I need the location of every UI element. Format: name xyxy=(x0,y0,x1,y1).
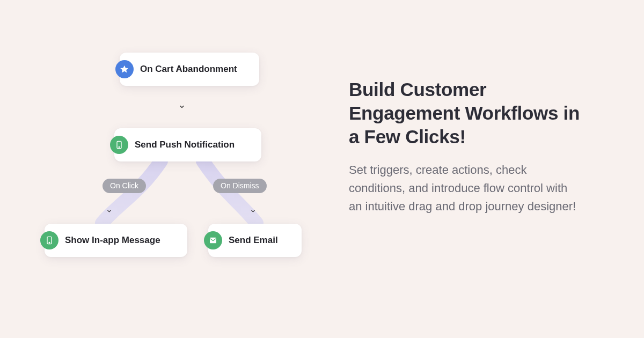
node-label: Send Email xyxy=(229,235,278,246)
hero-text: Build Customer Engagement Workflows in a… xyxy=(349,78,580,216)
node-label: On Cart Abandonment xyxy=(140,64,237,75)
workflow-diagram: On Cart Abandonment Send Push Notificati… xyxy=(0,0,322,338)
pill-label: On Dismiss xyxy=(221,181,259,190)
phone-icon xyxy=(40,231,58,249)
svg-point-1 xyxy=(119,147,120,148)
workflow-node-inapp[interactable]: Show In-app Message xyxy=(45,224,187,257)
node-label: Show In-app Message xyxy=(65,235,160,246)
node-label: Send Push Notification xyxy=(135,139,235,150)
branch-pill-click[interactable]: On Click xyxy=(103,179,146,193)
svg-point-3 xyxy=(49,243,50,244)
star-icon xyxy=(115,60,134,78)
hero-headline: Build Customer Engagement Workflows in a… xyxy=(349,78,580,148)
chevron-down-icon xyxy=(250,208,257,215)
pill-label: On Click xyxy=(110,181,138,190)
workflow-node-push[interactable]: Send Push Notification xyxy=(114,128,261,161)
chevron-down-icon xyxy=(106,208,113,215)
connector-lines xyxy=(0,0,322,338)
phone-icon xyxy=(110,136,128,154)
mail-icon xyxy=(204,231,222,249)
workflow-node-trigger[interactable]: On Cart Abandonment xyxy=(120,53,259,86)
workflow-node-email[interactable]: Send Email xyxy=(208,224,302,257)
hero-body: Set triggers, create actions, check cond… xyxy=(349,161,580,216)
branch-pill-dismiss[interactable]: On Dismiss xyxy=(213,179,267,193)
chevron-down-icon xyxy=(179,104,185,110)
